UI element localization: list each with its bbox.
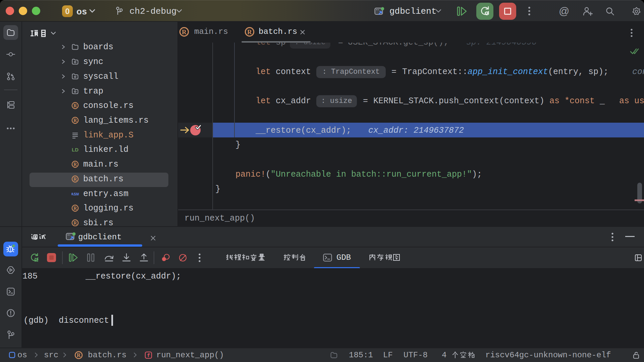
svg-text:R: R (73, 103, 77, 108)
svg-text:R: R (73, 206, 77, 211)
svg-text:f: f (147, 353, 150, 359)
svg-text:R: R (73, 221, 77, 226)
svg-text:R: R (73, 177, 77, 182)
svg-text:R: R (73, 118, 77, 123)
svg-text:R: R (247, 28, 252, 36)
svg-text:LD: LD (72, 147, 78, 153)
svg-text:ASM: ASM (71, 192, 79, 196)
svg-text:R: R (182, 28, 186, 36)
svg-text:R: R (77, 352, 81, 358)
svg-text:R: R (73, 162, 77, 167)
